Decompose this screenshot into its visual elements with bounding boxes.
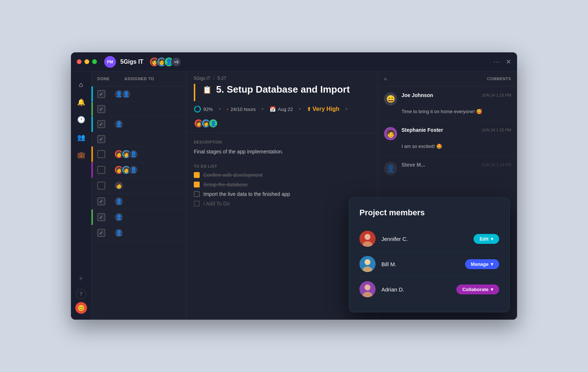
expand-icon[interactable]: » xyxy=(384,76,387,82)
row-indicator xyxy=(91,146,93,162)
task-list-panel: DONE ASSIGNED TO 👤 👤 xyxy=(91,71,186,320)
task-row[interactable] xyxy=(91,132,186,146)
task-checkbox[interactable] xyxy=(97,150,105,158)
comment-time-2: JUN 24 1:15 PM xyxy=(482,128,511,132)
maximize-traffic-light[interactable] xyxy=(92,59,97,64)
comment-header: 😄 Joe Johnson JUN 24 1:16 PM xyxy=(384,92,511,105)
close-icon[interactable]: ✕ xyxy=(506,58,511,66)
sidebar-icon-bell[interactable]: 🔔 xyxy=(74,95,88,109)
comment-avatar-3: 👤 xyxy=(384,162,397,175)
task-list-header: DONE ASSIGNED TO xyxy=(91,71,186,86)
member-row-2: Bill M. Manage ▾ xyxy=(359,251,499,276)
comment-3: 👤 Steve M... JUN 24 1:14 PM xyxy=(378,156,517,184)
task-checkbox[interactable] xyxy=(97,213,105,221)
comment-1: 😄 Joe Johnson JUN 24 1:16 PM Time to bri… xyxy=(378,86,517,121)
comment-2: 🧑 Stephanie Foster JUN 24 1:15 PM I am s… xyxy=(378,121,517,156)
titlebar-actions: ⋯ ✕ xyxy=(493,58,511,66)
task-assignees: 👤 xyxy=(114,228,124,238)
task-checkbox[interactable] xyxy=(97,105,105,113)
sidebar-icon-home[interactable]: ⌂ xyxy=(74,77,88,92)
minimize-traffic-light[interactable] xyxy=(84,59,89,64)
task-checkbox[interactable] xyxy=(97,229,105,237)
team-avatar-count[interactable]: +6 xyxy=(171,57,181,67)
task-checkbox[interactable] xyxy=(97,135,105,143)
todo-check-undone[interactable] xyxy=(194,191,200,197)
pm-avatar[interactable]: PM xyxy=(104,56,116,68)
row-indicator xyxy=(91,194,93,209)
breadcrumb-project: 5Gigs IT xyxy=(194,76,210,81)
progress-ring-icon xyxy=(194,105,201,113)
svg-point-6 xyxy=(365,259,370,265)
description-label: DESCRIPTION xyxy=(194,140,370,144)
member-name-3: Adrian D. xyxy=(381,286,451,293)
traffic-lights xyxy=(77,59,97,64)
member-role-edit[interactable]: Edit ▾ xyxy=(474,234,499,244)
task-checkbox[interactable] xyxy=(97,120,105,128)
sidebar-icon-clock[interactable]: 🕐 xyxy=(74,112,88,127)
task-row[interactable]: 👤 👤 xyxy=(91,86,186,102)
assignee-avatar: 👤 xyxy=(129,165,138,175)
member-role-manage[interactable]: Manage ▾ xyxy=(465,259,499,269)
member-avatar-3 xyxy=(359,281,376,297)
svg-point-1 xyxy=(195,106,200,112)
task-row[interactable]: 👩 👩 👤 xyxy=(91,146,186,162)
member-name-1: Jennifer C. xyxy=(381,236,468,242)
task-rows: 👤 👤 👤 xyxy=(91,86,186,320)
sidebar-icon-briefcase[interactable]: 💼 xyxy=(74,148,88,162)
task-row[interactable]: 👤 xyxy=(91,225,186,241)
task-checkbox[interactable] xyxy=(97,166,105,174)
sidebar-icon-help[interactable]: ? xyxy=(76,289,86,299)
comments-title: COMMENTS xyxy=(487,77,511,81)
svg-point-3 xyxy=(365,234,370,240)
close-traffic-light[interactable] xyxy=(77,59,82,64)
task-assignees: 👤 👤 xyxy=(114,89,131,99)
task-checkbox[interactable] xyxy=(97,182,105,190)
comment-author-1: Joe Johnson xyxy=(402,92,433,98)
task-checkbox[interactable] xyxy=(97,197,105,205)
team-avatars: 👩 👩 👤 +6 xyxy=(149,57,181,67)
add-todo-box xyxy=(194,201,200,207)
comment-avatar-1: 😄 xyxy=(384,92,397,105)
breadcrumb-task-id: 5-27 xyxy=(218,76,226,81)
sidebar-user-avatar[interactable]: 😊 xyxy=(75,302,87,314)
task-row[interactable] xyxy=(91,102,186,116)
assignee-avatar: 👤 xyxy=(114,212,124,222)
comment-meta: Stephanie Foster JUN 24 1:15 PM xyxy=(402,127,511,133)
sidebar-icon-users[interactable]: 👥 xyxy=(74,130,88,145)
task-checkbox[interactable] xyxy=(97,90,105,98)
todo-item-2: Setup the database xyxy=(194,182,370,187)
task-row[interactable]: 👤 xyxy=(91,116,186,132)
task-assignees: 👤 xyxy=(114,119,124,129)
task-row[interactable]: 👤 xyxy=(91,209,186,225)
task-title: 5. Setup Database and Import xyxy=(216,84,350,95)
todo-check-done[interactable] xyxy=(194,182,200,187)
add-todo[interactable]: / Add To Do xyxy=(194,201,370,207)
breadcrumb: 5Gigs IT / 5-27 xyxy=(186,71,378,84)
meta-due-date: 📅 Aug 22 xyxy=(270,106,293,112)
task-row[interactable]: 👤 xyxy=(91,194,186,209)
window-title: 5Gigs IT xyxy=(120,59,143,65)
breadcrumb-separator: / xyxy=(213,76,214,81)
sidebar-bottom: + ? 😊 xyxy=(74,271,88,314)
sidebar: ⌂ 🔔 🕐 👥 💼 + ? 😊 xyxy=(71,71,91,320)
more-icon[interactable]: ⋯ xyxy=(493,58,500,66)
row-indicator xyxy=(91,162,93,178)
row-indicator xyxy=(91,225,93,241)
todo-check-done[interactable] xyxy=(194,172,200,178)
task-icon: 📋 xyxy=(203,85,212,94)
meta-progress: 92% xyxy=(194,105,213,113)
task-row[interactable]: 🧑 xyxy=(91,178,186,194)
comment-meta: Steve M... JUN 24 1:14 PM xyxy=(402,162,511,168)
todo-text: Import the live data to the finished app xyxy=(203,191,290,197)
member-role-collaborate[interactable]: Collaborate ▾ xyxy=(456,284,499,294)
sidebar-icon-plus[interactable]: + xyxy=(74,271,88,286)
member-avatar-2 xyxy=(359,256,376,272)
row-indicator xyxy=(91,178,93,193)
comment-text-1: Time to bring it on home everyone! 🥰 xyxy=(384,108,511,115)
task-assignees: 👩 👩 👤 xyxy=(114,165,138,175)
comment-author-3: Steve M... xyxy=(402,162,425,168)
comment-author-2: Stephanie Foster xyxy=(402,127,443,133)
task-row[interactable]: 👩 👩 👤 xyxy=(91,162,186,178)
member-row-1: Jennifer C. Edit ▾ xyxy=(359,226,499,251)
todo-text: Setup the database xyxy=(203,182,248,187)
